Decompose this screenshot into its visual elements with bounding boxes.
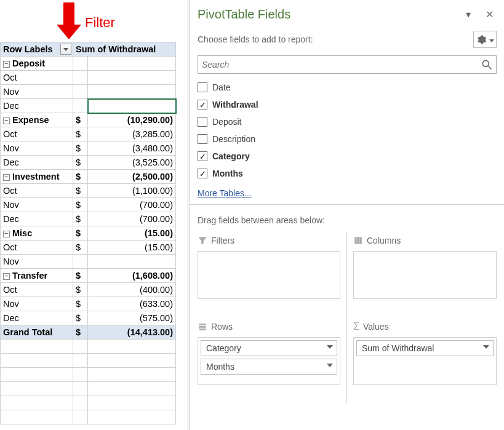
worksheet-area: Filter Row Labels Sum of Withdrawal −Dep…: [0, 0, 188, 430]
cat-label: Misc: [12, 228, 32, 238]
area-filters-body[interactable]: [198, 251, 340, 299]
search-icon: [481, 58, 493, 71]
list-item[interactable]: Nov: [1, 255, 73, 269]
cat-label: Investment: [12, 172, 60, 181]
drop-item-label: Months: [206, 362, 234, 372]
field-description[interactable]: Description: [198, 130, 497, 148]
checkbox[interactable]: [198, 100, 207, 109]
drop-item-label: Category: [206, 343, 241, 353]
list-item[interactable]: Dec: [1, 311, 73, 325]
field-list: Date Withdrawal Deposit Description Cate…: [198, 79, 497, 182]
close-icon[interactable]: ✕: [482, 7, 497, 22]
search-wrap: [198, 55, 497, 74]
svg-point-0: [482, 60, 489, 66]
area-filters[interactable]: Filters: [198, 231, 347, 317]
area-title: Filters: [211, 236, 234, 245]
row-field-months[interactable]: Months: [201, 359, 337, 375]
list-item[interactable]: Oct: [1, 127, 73, 141]
collapse-icon[interactable]: −: [3, 231, 10, 237]
gear-icon: [476, 34, 487, 45]
field-label: Months: [212, 169, 243, 178]
cat-label: Deposit: [12, 58, 45, 68]
filter-icon: [198, 236, 207, 245]
pane-dropdown-button[interactable]: ▾: [461, 7, 476, 22]
list-item[interactable]: Nov: [1, 198, 73, 212]
chevron-down-icon[interactable]: [327, 345, 333, 349]
annotation-label: Filter: [85, 15, 115, 31]
value-field-sum-withdrawal[interactable]: Sum of Withdrawal: [356, 340, 494, 356]
checkbox[interactable]: [198, 134, 207, 144]
grand-total-value: (14,413.00): [88, 325, 176, 340]
list-item[interactable]: Dec: [1, 212, 73, 226]
field-label: Withdrawal: [212, 100, 258, 109]
rows-icon: [198, 322, 207, 332]
field-category[interactable]: Category: [198, 148, 497, 165]
chevron-down-icon[interactable]: [483, 345, 489, 349]
drag-fields-label: Drag fields between areas below:: [190, 213, 504, 231]
more-tables-link[interactable]: More Tables...: [198, 188, 252, 198]
checkbox[interactable]: [198, 117, 207, 127]
field-label: Description: [212, 134, 255, 144]
collapse-icon[interactable]: −: [3, 273, 10, 280]
area-rows[interactable]: Rows Category Months: [198, 317, 347, 404]
area-rows-body[interactable]: Category Months: [198, 337, 340, 385]
area-values[interactable]: ΣValues Sum of Withdrawal: [347, 317, 497, 404]
tools-button[interactable]: [473, 31, 497, 48]
field-label: Deposit: [212, 117, 241, 127]
selected-cell[interactable]: [88, 99, 176, 113]
cat-label: Transfer: [12, 271, 47, 281]
drop-item-label: Sum of Withdrawal: [362, 343, 434, 353]
list-item[interactable]: Dec: [1, 99, 73, 113]
pivottable-fields-pane: PivotTable Fields ▾ ✕ Choose fields to a…: [190, 0, 504, 430]
collapse-icon[interactable]: −: [3, 117, 10, 124]
collapse-icon[interactable]: −: [3, 174, 10, 181]
svg-rect-5: [199, 324, 206, 325]
svg-line-1: [489, 66, 492, 70]
field-date[interactable]: Date: [198, 79, 497, 96]
list-item[interactable]: Oct: [1, 283, 73, 297]
chevron-down-icon[interactable]: [327, 364, 333, 367]
pane-title: PivotTable Fields: [198, 7, 455, 22]
list-item[interactable]: Nov: [1, 297, 73, 311]
pane-header: PivotTable Fields ▾ ✕: [190, 0, 504, 25]
list-item[interactable]: Oct: [1, 241, 73, 255]
area-columns[interactable]: Columns: [347, 231, 497, 317]
area-columns-body[interactable]: [353, 251, 497, 299]
pivot-table[interactable]: Row Labels Sum of Withdrawal −Deposit Oc…: [0, 42, 176, 424]
checkbox[interactable]: [198, 82, 207, 92]
svg-rect-2: [355, 237, 357, 244]
collapse-icon[interactable]: −: [3, 61, 10, 68]
chevron-down-icon: [488, 34, 494, 44]
field-months[interactable]: Months: [198, 165, 497, 182]
header-sum-withdrawal[interactable]: Sum of Withdrawal: [73, 42, 176, 57]
area-title: Columns: [367, 236, 401, 245]
area-title: Rows: [211, 322, 233, 332]
list-item[interactable]: Nov: [1, 85, 73, 99]
checkbox[interactable]: [198, 169, 207, 178]
pane-subtitle-row: Choose fields to add to report:: [190, 25, 504, 52]
divider: [190, 204, 504, 213]
field-deposit[interactable]: Deposit: [198, 113, 497, 130]
sigma-icon: Σ: [353, 321, 359, 332]
field-withdrawal[interactable]: Withdrawal: [198, 96, 497, 113]
list-item[interactable]: Oct: [1, 71, 73, 85]
areas-grid: Filters Columns Rows Category Months ΣVa…: [198, 231, 497, 404]
columns-icon: [353, 236, 363, 245]
header-row-labels[interactable]: Row Labels: [1, 42, 73, 57]
area-title: Values: [363, 322, 389, 332]
row-field-category[interactable]: Category: [201, 340, 337, 356]
list-item[interactable]: Nov: [1, 141, 73, 156]
list-item[interactable]: Oct: [1, 184, 73, 198]
choose-fields-label: Choose fields to add to report:: [198, 34, 313, 44]
list-item[interactable]: Dec: [1, 156, 73, 170]
annotation-arrow: [57, 2, 81, 43]
header-row-labels-text: Row Labels: [3, 44, 53, 54]
svg-rect-6: [199, 326, 206, 327]
cat-label: Expense: [12, 115, 49, 125]
search-input[interactable]: [198, 55, 497, 74]
row-labels-filter-button[interactable]: [60, 44, 71, 55]
area-values-body[interactable]: Sum of Withdrawal: [353, 337, 497, 385]
svg-rect-3: [358, 237, 359, 244]
checkbox[interactable]: [198, 151, 207, 161]
svg-rect-7: [199, 328, 206, 330]
